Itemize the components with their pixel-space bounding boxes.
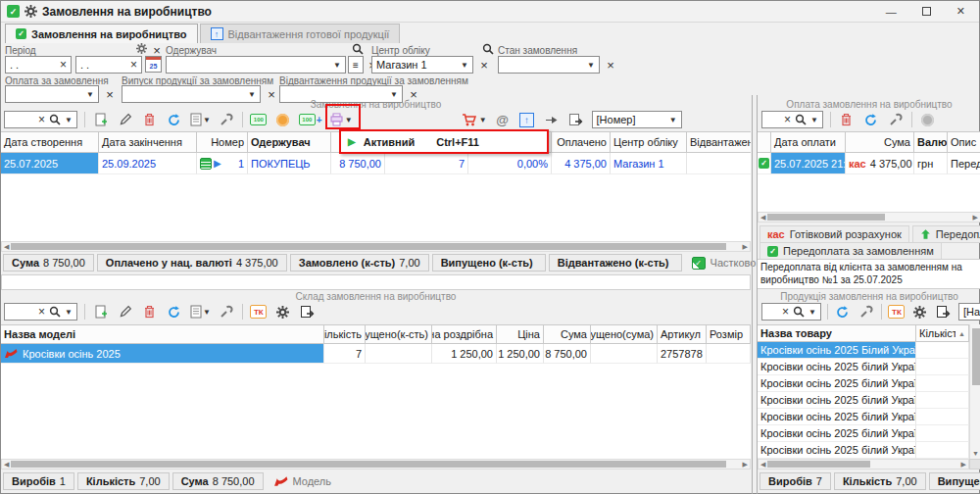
cell-qty[interactable]: 7 [324,344,366,364]
column-header[interactable]: Кількість [324,324,366,344]
date-to-clear-icon[interactable]: × [130,59,137,71]
center-clear-icon[interactable]: × [477,58,491,73]
money-icon[interactable]: 100 [250,111,268,128]
minimize-icon[interactable]: — [886,6,897,18]
cell-product-name[interactable]: Кросівки осінь 2025 Білий Україна 36(р) [758,342,916,359]
scroll-left-icon[interactable]: ◀ [760,461,765,468]
clear-icon[interactable]: × [38,114,45,125]
add-money-icon[interactable]: 100+ [299,111,322,128]
date-from-input[interactable]: . . × [5,56,72,74]
cell-product-qty[interactable] [916,375,969,392]
column-header[interactable]: Дата оплати [771,131,846,153]
cell-sku[interactable]: 2757878 [658,344,707,364]
refresh-button[interactable] [166,303,183,321]
arrow-right-button[interactable] [543,111,561,128]
scroll-thumb[interactable] [767,461,870,468]
edit-pencil-button[interactable] [117,303,134,321]
column-header[interactable]: Оплачено [552,131,611,153]
search-icon[interactable] [49,306,61,318]
new-document-button[interactable] [92,303,110,321]
cell-model-name[interactable]: Кросівки осінь 2025 [1,344,324,364]
delete-trash-button[interactable] [141,303,159,321]
products-row[interactable]: Кросівки осінь 2025 білий Україна 39(р) [758,392,969,409]
cell-product-qty[interactable] [916,342,969,359]
orders-table-row[interactable]: 25.07.2025 25.09.2025 ▶ 1 ПОКУПЕЦЬ 8 750… [1,153,751,174]
column-header[interactable]: Артикул [658,324,707,344]
scroll-down-icon[interactable]: ▼ [972,450,979,457]
column-header[interactable]: Валюта [914,131,948,153]
email-at-button[interactable]: @ [494,111,512,128]
column-header[interactable]: Одержувач [248,131,331,153]
refresh-button[interactable] [166,111,183,128]
column-header[interactable]: Дата закінчення [99,131,197,153]
cell-description[interactable]: Передоплата [948,153,980,174]
products-row[interactable]: Кросівки осінь 2025 білий Україна 42(р) [758,442,969,459]
clear-icon[interactable]: × [782,306,789,318]
cell-retail-price[interactable]: 1 250,00 [432,344,497,364]
column-header[interactable]: Номер [197,131,248,153]
column-header[interactable]: Назва товару [758,324,916,342]
cell-product-qty[interactable] [916,409,969,425]
scroll-right-icon[interactable]: ▶ [961,461,966,468]
gear-button[interactable] [911,303,929,321]
cell-product-name[interactable]: Кросівки осінь 2025 білий Україна 39(р) [758,392,916,409]
cell-pay-date[interactable]: 25.07.2025 21:... [771,153,846,174]
cell-qty[interactable]: 7 [385,153,468,174]
state-search-icon[interactable] [482,43,494,55]
refresh-button[interactable] [834,303,852,321]
products-hscrollbar[interactable]: ◀ ▶ [758,459,969,469]
products-row[interactable]: Кросівки осінь 2025 Білий Україна 36(р) [758,342,969,359]
tk-button[interactable]: ТК [250,303,268,321]
delete-trash-button[interactable] [141,111,159,128]
cell-sum[interactable]: 8 750,00 [544,344,591,364]
scroll-left-icon[interactable]: ◀ [4,243,9,250]
cell-product-name[interactable]: Кросівки осінь 2025 білий Україна 38(р) [758,375,916,392]
receiver-list-icon[interactable]: ≡ [348,56,364,74]
wrench-button[interactable] [218,111,235,128]
receiver-combo[interactable]: ▼ [166,56,346,74]
orders-search-input[interactable]: × ▼ [4,111,77,128]
settings-gear-icon[interactable] [24,5,37,18]
scroll-right-icon[interactable]: ▶ [743,243,748,250]
product-name-filter-combo[interactable]: [Назва товару] [958,303,980,321]
clear-icon[interactable]: × [38,306,45,318]
cell-receiver[interactable]: ПОКУПЕЦЬ [248,153,331,174]
scroll-right-icon[interactable]: ▶ [743,461,748,468]
context-menu-active[interactable]: ▶ Активний Ctrl+F11 [339,129,549,154]
composition-table-row[interactable]: Кросівки осінь 2025 7 1 250,00 1 250,00 … [1,344,751,364]
upload-box-button[interactable]: ↑ [518,111,536,128]
column-header[interactable]: Опис [948,131,980,153]
scroll-thumb[interactable] [11,461,726,468]
export-box-button[interactable] [935,303,953,321]
cell-released-qty[interactable] [366,344,432,364]
column-header[interactable]: Випущено(сума) [591,324,658,344]
edit-pencil-button[interactable] [117,111,134,128]
coin-icon[interactable] [274,111,292,128]
payment-table-row[interactable]: ✓ 25.07.2025 21:... кас 4 375,00 грн Пер… [758,153,980,174]
products-row[interactable]: Кросівки осінь 2025 білий Україна 38(р) [758,375,969,392]
column-header[interactable]: Кількість▲ [916,324,969,342]
cell-sum[interactable]: 8 750,00 [331,153,385,174]
clipboard-button[interactable]: ▼ [190,111,211,128]
column-header[interactable]: Сума [846,131,914,153]
wrench-button[interactable] [218,303,235,321]
scroll-thumb[interactable] [767,214,885,221]
payment-hscrollbar[interactable]: ◀ ▶ [758,212,980,222]
center-combo[interactable]: Магазин 1 ▼ [371,56,473,74]
products-search-input[interactable]: × ▼ [761,303,821,321]
date-to-input[interactable]: . . × [75,56,142,74]
period-gear-icon[interactable] [136,43,147,54]
new-document-button[interactable] [92,111,110,128]
cell-due[interactable]: 25.09.2025 [99,153,197,174]
products-row[interactable]: Кросівки осінь 2025 білий Україна 40(р) [758,409,969,425]
column-header[interactable]: Дата створення [1,131,99,153]
orders-hscrollbar[interactable]: ◀ ▶ [1,241,751,252]
search-icon[interactable] [795,114,807,125]
cell-shipped[interactable] [687,153,751,174]
date-from-clear-icon[interactable]: × [60,59,67,71]
cell-status[interactable]: ✓ [758,153,771,174]
column-header[interactable]: Відвантажено (кількість) [687,131,751,153]
scroll-left-icon[interactable]: ◀ [4,461,9,468]
tab-shipment[interactable]: ↑ Відвантаження готової продукції [200,24,401,43]
column-header[interactable]: Назва моделі [1,324,324,344]
